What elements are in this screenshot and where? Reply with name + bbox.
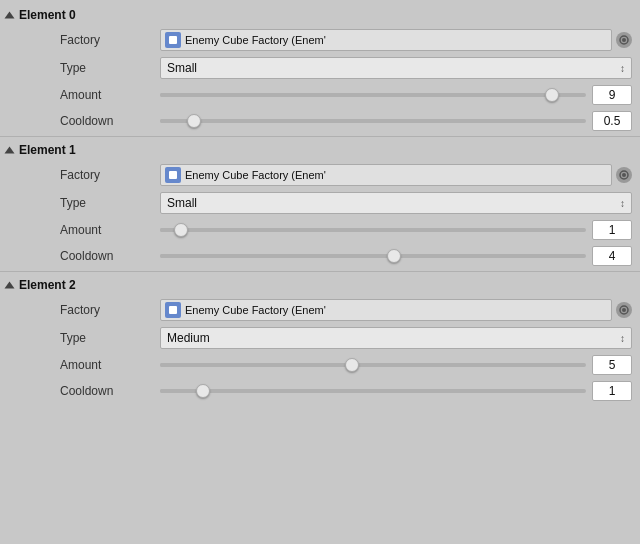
element-0-cooldown-row: Cooldown 0.5: [0, 108, 640, 134]
divider-1: [0, 271, 640, 272]
cooldown-slider-wrapper-1: 4: [160, 246, 632, 266]
cooldown-value-2[interactable]: 1: [592, 381, 632, 401]
element-0-amount-row: Amount 9: [0, 82, 640, 108]
type-value-1: Small: [167, 196, 620, 210]
cooldown-slider-thumb-2[interactable]: [196, 384, 210, 398]
element-1-type-row: Type Small ↕: [0, 189, 640, 217]
collapse-triangle-2: [5, 282, 15, 289]
type-label-0: Type: [60, 61, 160, 75]
amount-value-1[interactable]: 1: [592, 220, 632, 240]
factory-field-1[interactable]: Enemy Cube Factory (Enem': [160, 164, 612, 186]
type-label-2: Type: [60, 331, 160, 345]
factory-text-2: Enemy Cube Factory (Enem': [185, 304, 607, 316]
svg-rect-6: [169, 306, 177, 314]
amount-slider-wrapper-1: 1: [160, 220, 632, 240]
factory-text-0: Enemy Cube Factory (Enem': [185, 34, 607, 46]
cooldown-slider-track-2[interactable]: [160, 389, 586, 393]
cooldown-slider-thumb-0[interactable]: [187, 114, 201, 128]
amount-slider-thumb-0[interactable]: [545, 88, 559, 102]
element-0-header[interactable]: Element 0: [0, 4, 640, 26]
cooldown-slider-wrapper-0: 0.5: [160, 111, 632, 131]
element-0-factory-row: Factory Enemy Cube Factory (Enem': [0, 26, 640, 54]
type-value-0: Small: [167, 61, 620, 75]
collapse-triangle-0: [5, 12, 15, 19]
amount-value-2[interactable]: 5: [592, 355, 632, 375]
element-1-amount-row: Amount 1: [0, 217, 640, 243]
element-1-header[interactable]: Element 1: [0, 139, 640, 161]
amount-label-1: Amount: [60, 223, 160, 237]
factory-gear-1[interactable]: [616, 167, 632, 183]
cooldown-label-2: Cooldown: [60, 384, 160, 398]
divider-0: [0, 136, 640, 137]
type-label-1: Type: [60, 196, 160, 210]
type-dropdown-1[interactable]: Small ↕: [160, 192, 632, 214]
element-1-label: Element 1: [19, 143, 76, 157]
amount-label-2: Amount: [60, 358, 160, 372]
cooldown-slider-track-0[interactable]: [160, 119, 586, 123]
factory-icon-2: [165, 302, 181, 318]
type-value-2: Medium: [167, 331, 620, 345]
element-0-label: Element 0: [19, 8, 76, 22]
amount-value-0[interactable]: 9: [592, 85, 632, 105]
factory-label-0: Factory: [60, 33, 160, 47]
type-arrow-0: ↕: [620, 63, 625, 74]
cooldown-slider-fill-1: [160, 254, 394, 258]
element-2-label: Element 2: [19, 278, 76, 292]
cooldown-slider-thumb-1[interactable]: [387, 249, 401, 263]
cooldown-slider-wrapper-2: 1: [160, 381, 632, 401]
amount-slider-wrapper-2: 5: [160, 355, 632, 375]
element-2-factory-row: Factory Enemy Cube Factory (Enem': [0, 296, 640, 324]
element-1-cooldown-row: Cooldown 4: [0, 243, 640, 269]
element-0-type-row: Type Small ↕: [0, 54, 640, 82]
factory-icon-1: [165, 167, 181, 183]
factory-text-1: Enemy Cube Factory (Enem': [185, 169, 607, 181]
type-arrow-2: ↕: [620, 333, 625, 344]
element-1-factory-row: Factory Enemy Cube Factory (Enem': [0, 161, 640, 189]
amount-slider-fill-2: [160, 363, 352, 367]
factory-field-0[interactable]: Enemy Cube Factory (Enem': [160, 29, 612, 51]
element-2-type-row: Type Medium ↕: [0, 324, 640, 352]
element-2-cooldown-row: Cooldown 1: [0, 378, 640, 404]
amount-slider-thumb-2[interactable]: [345, 358, 359, 372]
factory-label-1: Factory: [60, 168, 160, 182]
amount-slider-track-2[interactable]: [160, 363, 586, 367]
element-2-header[interactable]: Element 2: [0, 274, 640, 296]
cooldown-label-0: Cooldown: [60, 114, 160, 128]
cooldown-slider-track-1[interactable]: [160, 254, 586, 258]
svg-point-7: [622, 308, 626, 312]
svg-point-1: [622, 38, 626, 42]
inspector-panel: Element 0 Factory Enemy Cube Factory (En…: [0, 0, 640, 408]
amount-slider-wrapper-0: 9: [160, 85, 632, 105]
amount-label-0: Amount: [60, 88, 160, 102]
amount-slider-fill-0: [160, 93, 552, 97]
cooldown-value-0[interactable]: 0.5: [592, 111, 632, 131]
amount-slider-track-0[interactable]: [160, 93, 586, 97]
svg-rect-0: [169, 36, 177, 44]
factory-gear-0[interactable]: [616, 32, 632, 48]
cooldown-value-1[interactable]: 4: [592, 246, 632, 266]
svg-point-4: [622, 173, 626, 177]
amount-slider-track-1[interactable]: [160, 228, 586, 232]
factory-label-2: Factory: [60, 303, 160, 317]
type-dropdown-0[interactable]: Small ↕: [160, 57, 632, 79]
collapse-triangle-1: [5, 147, 15, 154]
amount-slider-thumb-1[interactable]: [174, 223, 188, 237]
factory-gear-2[interactable]: [616, 302, 632, 318]
type-dropdown-2[interactable]: Medium ↕: [160, 327, 632, 349]
svg-rect-3: [169, 171, 177, 179]
factory-icon-0: [165, 32, 181, 48]
type-arrow-1: ↕: [620, 198, 625, 209]
element-2-amount-row: Amount 5: [0, 352, 640, 378]
factory-field-2[interactable]: Enemy Cube Factory (Enem': [160, 299, 612, 321]
cooldown-label-1: Cooldown: [60, 249, 160, 263]
